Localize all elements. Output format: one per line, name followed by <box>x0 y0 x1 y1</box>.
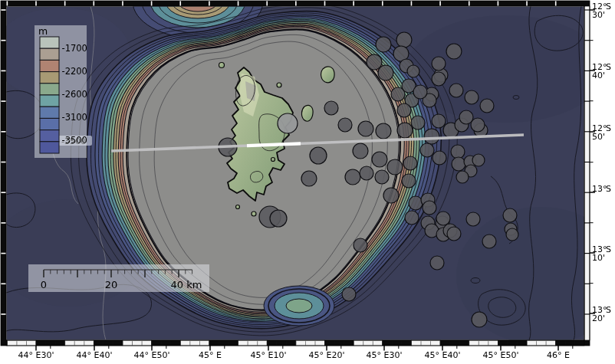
bottom-axis-label: 44° E50' <box>134 350 170 360</box>
right-axis-label-hemi: S <box>606 244 611 254</box>
epicenter-point <box>472 312 487 327</box>
epicenter-point <box>506 228 518 241</box>
epicenter-point <box>270 210 287 227</box>
frame-bottom-block <box>556 340 584 346</box>
epicenter-point <box>449 84 463 97</box>
epicenter-point <box>376 123 391 139</box>
epicenter-point <box>472 154 485 166</box>
epicenter-point-light <box>278 113 298 133</box>
legend-tick-label: -3100 <box>62 112 87 123</box>
epicenter-point <box>409 196 423 210</box>
legend-color-box <box>40 48 59 60</box>
epicenter-point <box>378 65 393 80</box>
frame-right <box>584 6 590 340</box>
epicenter-point <box>301 171 317 186</box>
epicenter-point <box>405 211 419 225</box>
bottom-axis-label: 45° E50' <box>483 350 519 360</box>
bathymetric-map-figure: -3500 m -1700-2200-2600-3100-3500 0 20 4… <box>0 0 615 364</box>
epicenter-point <box>396 32 412 48</box>
epicenter-point <box>403 156 417 170</box>
frame-bottom-block <box>440 340 469 346</box>
epicenter-point <box>465 90 479 104</box>
epicenter-point <box>391 87 405 101</box>
frame-bottom-block <box>123 340 152 346</box>
legend-color-box <box>40 84 59 95</box>
epicenter-point <box>345 169 360 185</box>
bottom-axis-label: 45° E30' <box>367 350 403 360</box>
frame-bottom-block <box>94 340 123 346</box>
epicenter-point <box>402 174 416 188</box>
legend-tick-label: -2200 <box>62 66 87 77</box>
bottom-axis-label: 46° E <box>547 350 570 360</box>
epicenter-point <box>367 54 382 70</box>
scalebar-label-20: 20 <box>105 279 118 290</box>
scalebar-label-0: 0 <box>41 279 47 290</box>
epicenter-point <box>358 121 373 136</box>
right-axis-label-hemi: S <box>606 62 611 72</box>
legend-color-box <box>40 107 59 118</box>
legend-color-box <box>40 118 59 130</box>
epicenter-point <box>451 145 465 159</box>
epicenter-point <box>310 147 327 164</box>
right-axis-label-hemi: S <box>606 2 611 11</box>
legend-color-box <box>40 60 59 71</box>
epicenter-point <box>456 171 469 183</box>
legend-color-box <box>40 37 59 48</box>
legend-unit-label: m <box>38 25 48 37</box>
bottom-axis-label: 44° E30' <box>18 350 54 360</box>
frame-left <box>1 6 6 340</box>
frame-bottom-block <box>267 340 296 346</box>
frame-bottom-block <box>498 340 527 346</box>
epicenter-point <box>452 157 465 171</box>
epicenter-point <box>423 201 436 215</box>
frame-bottom-block <box>354 340 383 346</box>
bottom-axis-label: 44° E40' <box>77 350 113 360</box>
profile-line-white <box>247 143 301 146</box>
epicenter-point <box>354 238 367 252</box>
epicenter-point <box>360 166 373 180</box>
legend-color-box <box>40 95 59 107</box>
epicenter-point <box>480 99 494 113</box>
right-axis-label-hemi: S <box>606 184 611 194</box>
bottom-axis-label: 45° E <box>199 350 222 360</box>
epicenter-point <box>353 143 368 159</box>
frame-bottom-block <box>325 340 354 346</box>
right-axis-label-min: 40' <box>592 71 605 80</box>
epicenter-point <box>413 85 427 99</box>
epicenter-point <box>432 57 446 71</box>
legend-color-box <box>40 130 59 142</box>
bottom-axis-label: 45° E40' <box>425 350 461 360</box>
epicenter-point <box>482 234 496 248</box>
right-axis-label-deg: 13° <box>592 184 607 194</box>
frame-bottom-block <box>209 340 238 346</box>
right-axis-label-hemi: S <box>606 123 611 133</box>
right-axis-label-min: 10' <box>592 253 605 263</box>
frame-bottom-block <box>527 340 556 346</box>
epicenter-point <box>432 151 446 165</box>
map-canvas: -3500 m -1700-2200-2600-3100-3500 0 20 4… <box>0 0 615 364</box>
epicenter-point <box>375 170 389 184</box>
epicenter-point <box>324 101 338 115</box>
epicenter-point <box>372 152 387 167</box>
right-axis-label-min: 50' <box>592 132 605 142</box>
frame-bottom-block <box>411 340 440 346</box>
epicenter-point <box>420 143 434 157</box>
right-axis-label-min: 30' <box>592 10 605 20</box>
legend-tick-label: -1700 <box>62 43 87 54</box>
bottom-axis-label: 45° E20' <box>309 350 345 360</box>
legend-color-box <box>40 72 59 84</box>
legend-tick-label: -3500 <box>62 135 87 146</box>
epicenter-point <box>471 118 485 132</box>
epicenter-point <box>466 212 480 226</box>
epicenter-point <box>397 103 411 117</box>
epicenter-point <box>446 44 462 59</box>
frame-bottom-block <box>65 340 94 346</box>
epicenter-point <box>424 129 439 144</box>
scale-bar: 0 20 40 km <box>28 264 209 292</box>
epicenter-point <box>432 114 446 128</box>
epicenter-point <box>430 256 444 270</box>
bottom-axis-label: 45° E10' <box>251 350 287 360</box>
right-axis-label-hemi: S <box>606 305 611 315</box>
epicenter-point <box>387 159 403 175</box>
frame-bottom-block <box>7 340 36 346</box>
